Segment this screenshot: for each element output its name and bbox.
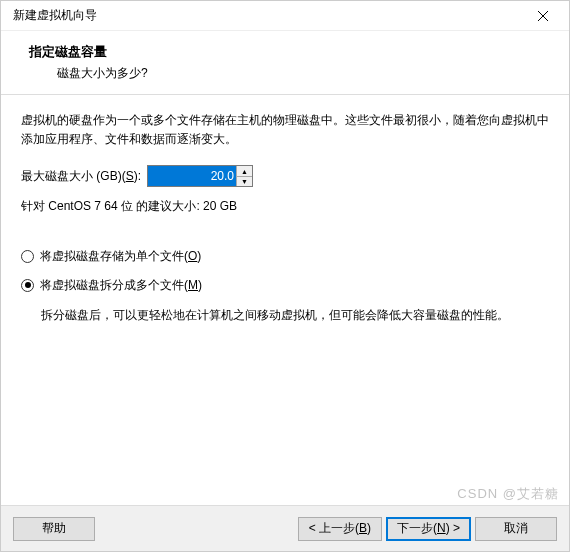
- disk-size-input[interactable]: [148, 166, 236, 186]
- recommended-size-text: 针对 CentOS 7 64 位 的建议大小: 20 GB: [21, 197, 549, 216]
- radio-single-file[interactable]: 将虚拟磁盘存储为单个文件(O): [21, 247, 549, 266]
- disk-size-spinner: ▲ ▼: [147, 165, 253, 187]
- description-text: 虚拟机的硬盘作为一个或多个文件存储在主机的物理磁盘中。这些文件最初很小，随着您向…: [21, 111, 549, 149]
- cancel-button[interactable]: 取消: [475, 517, 557, 541]
- radio-icon: [21, 250, 34, 263]
- page-title: 指定磁盘容量: [29, 43, 549, 61]
- storage-radio-group: 将虚拟磁盘存储为单个文件(O) 将虚拟磁盘拆分成多个文件(M) 拆分磁盘后，可以…: [21, 247, 549, 326]
- radio-split-files[interactable]: 将虚拟磁盘拆分成多个文件(M): [21, 276, 549, 295]
- spin-down-button[interactable]: ▼: [237, 177, 252, 187]
- spin-up-button[interactable]: ▲: [237, 166, 252, 177]
- wizard-window: 新建虚拟机向导 指定磁盘容量 磁盘大小为多少? 虚拟机的硬盘作为一个或多个文件存…: [0, 0, 570, 552]
- wizard-header: 指定磁盘容量 磁盘大小为多少?: [1, 31, 569, 95]
- split-description: 拆分磁盘后，可以更轻松地在计算机之间移动虚拟机，但可能会降低大容量磁盘的性能。: [41, 305, 549, 325]
- next-button[interactable]: 下一步(N) >: [386, 517, 471, 541]
- help-button[interactable]: 帮助: [13, 517, 95, 541]
- disk-size-row: 最大磁盘大小 (GB)(S): ▲ ▼: [21, 165, 549, 187]
- titlebar: 新建虚拟机向导: [1, 1, 569, 31]
- page-subtitle: 磁盘大小为多少?: [57, 65, 549, 82]
- wizard-content: 虚拟机的硬盘作为一个或多个文件存储在主机的物理磁盘中。这些文件最初很小，随着您向…: [1, 95, 569, 505]
- disk-size-label: 最大磁盘大小 (GB)(S):: [21, 167, 141, 186]
- back-button[interactable]: < 上一步(B): [298, 517, 382, 541]
- radio-split-label: 将虚拟磁盘拆分成多个文件(M): [40, 276, 202, 295]
- wizard-footer: 帮助 < 上一步(B) 下一步(N) > 取消: [1, 505, 569, 551]
- radio-icon: [21, 279, 34, 292]
- window-title: 新建虚拟机向导: [13, 7, 525, 24]
- radio-single-label: 将虚拟磁盘存储为单个文件(O): [40, 247, 201, 266]
- close-button[interactable]: [525, 2, 561, 30]
- close-icon: [538, 11, 548, 21]
- spinner-buttons: ▲ ▼: [236, 166, 252, 186]
